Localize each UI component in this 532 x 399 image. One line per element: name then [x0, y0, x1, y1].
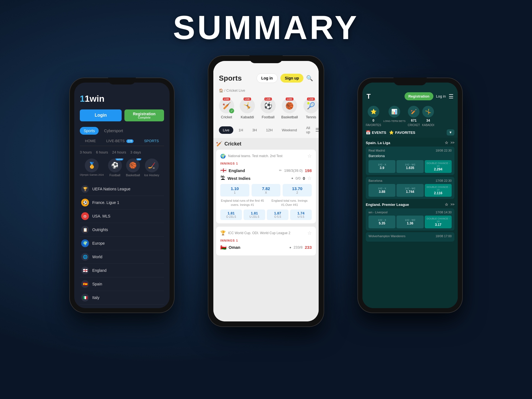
- league-premier: England. Premier League ☆ >> wn - Liverp…: [366, 202, 454, 242]
- right-icon-longterm[interactable]: 📊 LONG-TERM BETS: [383, 106, 405, 127]
- real-madrid-odd-2[interactable]: 1X2 - W2 1.635: [397, 160, 423, 173]
- cat-cricket-icon: 🏏 LIVE ✓: [219, 98, 234, 113]
- nav-live-bets[interactable]: LIVE-BETS 228: [106, 139, 134, 143]
- nav-live-bets-label: LIVE-BETS: [106, 139, 124, 143]
- sport-olympic[interactable]: 🏅 Olympic Games 2024: [80, 158, 104, 177]
- time-filter-3d[interactable]: 3 days: [130, 150, 141, 154]
- match-star-2[interactable]: ☆: [307, 230, 312, 236]
- sport-football[interactable]: ⚽ 1203 Football: [108, 158, 122, 177]
- tab-favorites[interactable]: ⭐ FAVORITES: [389, 130, 415, 135]
- sport-icehockey[interactable]: 🏒 Ice Hockey: [144, 158, 159, 177]
- center-login-button[interactable]: Log in: [257, 73, 278, 83]
- barcelona-odd-3[interactable]: DOUBLE CHANCE - 1X 2.116: [425, 184, 452, 197]
- cat-tennis[interactable]: 🎾 LIVE Tennis: [303, 98, 319, 119]
- league-world[interactable]: 🌐 World: [80, 250, 164, 264]
- odd-btn-2[interactable]: 7.82 X: [252, 184, 281, 196]
- league-spain[interactable]: 🇪🇸 Spain: [80, 277, 164, 291]
- hamburger-icon[interactable]: ☰: [449, 93, 454, 100]
- real-madrid-odd-3[interactable]: DOUBLE CHANCE - 1X 2.294: [425, 160, 452, 173]
- match-star-right[interactable]: ☆: [307, 175, 312, 181]
- favorites-tab-label: FAVORITES: [395, 131, 415, 135]
- real-madrid-odd-label-1: 1X2 - X: [370, 163, 394, 166]
- right-login-button[interactable]: Log in: [436, 94, 446, 98]
- barcelona-odd-2[interactable]: 1X2 - W2 1.744: [397, 184, 423, 197]
- barcelona-name: Barcelona: [369, 179, 382, 182]
- basketball-badge: 86: [136, 158, 141, 160]
- right-icon-favorites[interactable]: ⭐ 0 FAVORITES: [366, 106, 381, 127]
- right-phone-screen: T Registration Log in ☰ ⭐ 0 FAVORITES 📊 …: [362, 83, 458, 308]
- more-odd-value-3: 1.87: [268, 211, 287, 215]
- barcelona-odds: 1X2 - X 3.88 1X2 - W2 1.744 DOUBLE CHANC…: [369, 184, 452, 197]
- login-button[interactable]: Login: [80, 109, 122, 121]
- odd-label-1: 1: [222, 191, 247, 194]
- time-filters: 3 hours 6 hours 24 hours 3 days: [80, 150, 164, 154]
- nav-sports[interactable]: SPORTS: [144, 139, 159, 143]
- premier-chevron[interactable]: >>: [451, 203, 454, 206]
- league-ligue1-label: France. Ligue 1: [92, 200, 119, 205]
- nav-home[interactable]: HOME: [85, 139, 96, 143]
- more-odd-3[interactable]: 1.87 O 5.5: [267, 209, 288, 220]
- right-filter-button[interactable]: ▼: [447, 129, 454, 135]
- filter-icon[interactable]: ☰: [315, 127, 319, 133]
- league-italy[interactable]: 🇮🇹 Italy: [80, 291, 164, 305]
- laliga-chevron[interactable]: >>: [451, 141, 454, 145]
- league-england[interactable]: 🏴󠁧󠁢󠁥󠁮󠁧󠁿 England: [80, 264, 164, 277]
- league-mls[interactable]: 🏟 USA. MLS: [80, 209, 164, 223]
- cat-kabaddi[interactable]: 🤸 LIVE Kabaddi: [240, 98, 255, 119]
- odd-btn-1[interactable]: 1.10 1: [220, 184, 249, 196]
- favorites-label: FAVORITES: [366, 124, 381, 127]
- longterm-label: LONG-TERM BETS: [383, 120, 405, 122]
- cat-cricket-label: Cricket: [221, 115, 232, 119]
- odd-btn-3[interactable]: 13.70 2: [283, 184, 312, 196]
- league-ligue1[interactable]: ⚽ France. Ligue 1: [80, 196, 164, 209]
- more-odd-2[interactable]: 1.81 U 231.5: [244, 209, 265, 220]
- time-filter-3h[interactable]: 3 hours: [80, 150, 92, 154]
- wi-score-highlight: 0: [303, 176, 305, 181]
- liverpool-odd-1[interactable]: 1X2 - X 5.35: [369, 216, 395, 228]
- favorites-count: 0: [372, 119, 374, 122]
- filter-12h[interactable]: 12H: [262, 126, 277, 134]
- pencil-icon: ✏: [279, 168, 282, 172]
- liverpool-odd-3[interactable]: DOUBLE CHANCE - 1X 3.17: [425, 216, 452, 228]
- left-nav: HOME LIVE-BETS 228 SPORTS: [80, 139, 164, 146]
- nav-live-bets-badge: 228: [126, 139, 134, 143]
- register-button[interactable]: Registration Complete: [124, 109, 164, 121]
- filter-weekend[interactable]: Weekend: [278, 126, 301, 134]
- more-odd-4[interactable]: 1.74 U 5.5: [290, 209, 312, 220]
- filter-allup[interactable]: All up: [302, 124, 314, 136]
- center-scroll-area[interactable]: 🏏 Cricket 🌍 National teams. Test match. …: [213, 138, 319, 321]
- league-uefa[interactable]: 🏆 UEFA Nations League: [80, 182, 164, 196]
- league-italy-label: Italy: [92, 295, 99, 300]
- premier-star[interactable]: ☆: [445, 202, 448, 207]
- tab-cybersport[interactable]: Cybersport: [100, 127, 127, 135]
- right-scroll-area[interactable]: Spain. La Liga ☆ >> Real Madrid 18/08 22…: [362, 138, 458, 308]
- right-registration-button[interactable]: Registration: [405, 92, 433, 100]
- center-signup-button[interactable]: Sign up: [280, 74, 303, 83]
- cat-basketball[interactable]: 🏀 LIVE Basketball: [281, 98, 298, 119]
- wolves-name: Wolverhampton Wanderers: [369, 234, 405, 238]
- time-filter-24h[interactable]: 24 hours: [112, 150, 126, 154]
- match-star-1[interactable]: ☆: [307, 153, 312, 159]
- liverpool-header: wn - Liverpool 17/08 14:30: [369, 211, 452, 214]
- longterm-icon-circle: 📊: [388, 106, 400, 117]
- filter-3h[interactable]: 3H: [248, 126, 261, 134]
- filter-live[interactable]: Live: [219, 126, 233, 134]
- more-odd-1[interactable]: 1.81 O 231.5: [220, 209, 242, 220]
- filter-1h[interactable]: 1H: [235, 126, 247, 134]
- sport-basketball[interactable]: 🏀 86 Basketball: [126, 158, 140, 177]
- kabaddi-label: KABADDI: [422, 124, 434, 127]
- league-europe[interactable]: 🌍 Europe: [80, 237, 164, 250]
- liverpool-odd-2[interactable]: 1X2 - W2 1.36: [397, 216, 423, 228]
- cat-cricket[interactable]: 🏏 LIVE ✓ Cricket: [219, 98, 234, 119]
- tab-sports[interactable]: Sports: [80, 127, 99, 135]
- search-icon[interactable]: 🔍: [306, 75, 313, 81]
- tab-events[interactable]: 📅 EVENTS: [366, 130, 386, 135]
- right-icon-cricket[interactable]: 🏏 671 CRICKET: [408, 106, 420, 127]
- cat-football[interactable]: ⚽ LIVE Football: [260, 98, 276, 119]
- laliga-star[interactable]: ☆: [445, 140, 448, 145]
- league-outrights[interactable]: 📋 Outrights: [80, 223, 164, 237]
- real-madrid-odd-1[interactable]: 1X2 - X 3.9: [369, 160, 395, 173]
- time-filter-6h[interactable]: 6 hours: [96, 150, 108, 154]
- barcelona-odd-1[interactable]: 1X2 - X 3.88: [369, 184, 395, 197]
- right-icon-kabaddi[interactable]: 🤸 34 KABADDI: [422, 106, 434, 127]
